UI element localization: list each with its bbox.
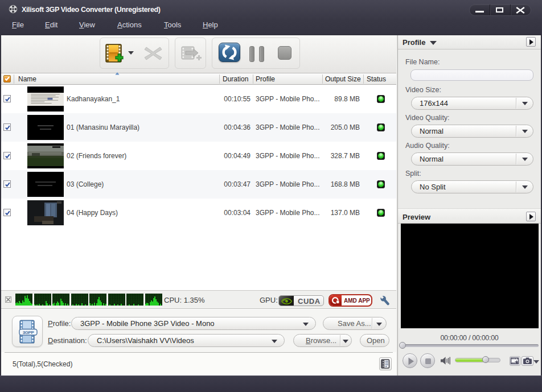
- svg-text:3GPP: 3GPP: [23, 330, 35, 335]
